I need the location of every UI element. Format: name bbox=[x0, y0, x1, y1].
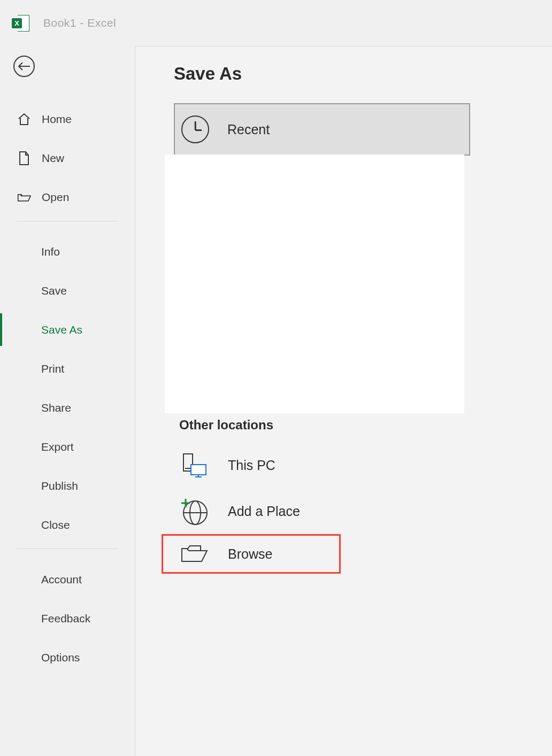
document-title: Book1 - Excel bbox=[43, 17, 116, 29]
sidebar-item-label: Info bbox=[41, 245, 60, 258]
titlebar: X Book1 - Excel bbox=[0, 0, 552, 46]
location-add-place[interactable]: Add a Place bbox=[174, 488, 552, 534]
sidebar-item-print[interactable]: Print bbox=[0, 349, 135, 388]
sidebar-item-label: Account bbox=[41, 573, 82, 586]
location-this-pc[interactable]: This PC bbox=[174, 442, 552, 488]
sidebar-item-save[interactable]: Save bbox=[0, 271, 135, 310]
location-browse[interactable]: Browse bbox=[162, 534, 341, 574]
browse-highlight: Browse bbox=[162, 534, 341, 574]
sidebar-item-export[interactable]: Export bbox=[0, 427, 135, 466]
location-label: Add a Place bbox=[228, 504, 300, 519]
home-icon bbox=[17, 112, 31, 126]
page-title: Save As bbox=[174, 64, 552, 84]
arrow-left-icon bbox=[18, 62, 30, 71]
folder-browse-icon bbox=[179, 539, 209, 569]
sidebar-item-label: Export bbox=[41, 441, 74, 453]
add-place-icon bbox=[179, 497, 209, 526]
excel-logo: X bbox=[12, 15, 29, 32]
sidebar-item-save-as[interactable]: Save As bbox=[0, 310, 135, 349]
sidebar-item-close[interactable]: Close bbox=[0, 505, 135, 544]
new-file-icon bbox=[17, 151, 31, 165]
clock-icon bbox=[181, 115, 209, 143]
sidebar-item-label: Print bbox=[41, 362, 64, 375]
location-label: This PC bbox=[228, 458, 275, 473]
location-recent[interactable]: Recent bbox=[174, 103, 470, 156]
sidebar-item-share[interactable]: Share bbox=[0, 388, 135, 427]
main-panel: Save As Recent Other locations This PC bbox=[135, 46, 552, 756]
sidebar-item-label: New bbox=[42, 152, 64, 165]
sidebar-item-label: Options bbox=[41, 651, 80, 664]
sidebar-item-account[interactable]: Account bbox=[0, 560, 135, 599]
sidebar-item-label: Close bbox=[41, 519, 70, 531]
other-locations-heading: Other locations bbox=[179, 418, 552, 433]
sidebar-item-feedback[interactable]: Feedback bbox=[0, 599, 135, 638]
sidebar-item-label: Save As bbox=[41, 323, 82, 336]
sidebar-item-info[interactable]: Info bbox=[0, 232, 135, 271]
sidebar-item-label: Open bbox=[42, 191, 69, 204]
sidebar-item-publish[interactable]: Publish bbox=[0, 466, 135, 505]
sidebar-item-new[interactable]: New bbox=[0, 138, 135, 178]
recent-files-area bbox=[165, 155, 464, 413]
sidebar-item-label: Publish bbox=[41, 480, 78, 492]
folder-open-icon bbox=[17, 190, 31, 204]
divider bbox=[16, 221, 119, 221]
location-label: Recent bbox=[227, 122, 270, 137]
sidebar-item-label: Home bbox=[42, 113, 72, 126]
this-pc-icon bbox=[179, 451, 209, 480]
location-label: Browse bbox=[228, 546, 272, 562]
excel-logo-letter: X bbox=[12, 18, 22, 28]
sidebar-item-home[interactable]: Home bbox=[0, 99, 135, 138]
sidebar-item-options[interactable]: Options bbox=[0, 638, 135, 677]
svg-rect-2 bbox=[191, 465, 206, 475]
sidebar-item-label: Share bbox=[41, 402, 71, 414]
sidebar-item-label: Save bbox=[41, 284, 67, 297]
sidebar-item-open[interactable]: Open bbox=[0, 178, 135, 217]
divider bbox=[16, 549, 119, 549]
backstage-sidebar: Home New Open Info Save Save As Print Sh… bbox=[0, 46, 135, 756]
sidebar-item-label: Feedback bbox=[41, 612, 90, 625]
back-button[interactable] bbox=[13, 56, 35, 77]
